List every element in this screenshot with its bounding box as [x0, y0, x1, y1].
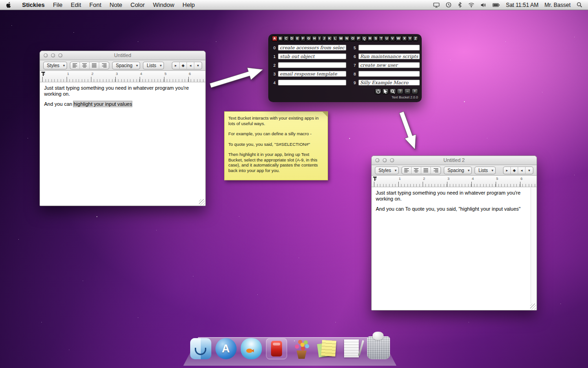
tab-stop-button[interactable]: ◂: [187, 62, 194, 69]
menu-item-note[interactable]: Note: [106, 0, 126, 10]
remove-slot-button[interactable]: −: [404, 88, 411, 94]
letter-key-Z[interactable]: Z: [413, 36, 418, 41]
letter-key-F[interactable]: F: [300, 36, 305, 41]
align-right-button[interactable]: [99, 62, 109, 69]
letter-key-S[interactable]: S: [373, 36, 378, 41]
menu-user[interactable]: Mr. Basset: [544, 2, 571, 8]
resize-grip[interactable]: [199, 199, 205, 205]
tab-stop-button[interactable]: ◂: [518, 167, 526, 174]
dock-icon-flower-pot[interactable]: [291, 338, 312, 359]
align-justify-button[interactable]: [421, 167, 431, 174]
slot-field-9[interactable]: Silly Example Macro: [358, 80, 420, 86]
letter-key-P[interactable]: P: [356, 36, 361, 41]
tab-stop-button[interactable]: ◆: [180, 62, 187, 69]
menu-item-help[interactable]: Help: [178, 0, 199, 10]
dock-icon-notes[interactable]: [342, 338, 363, 359]
letter-key-N[interactable]: N: [344, 36, 350, 41]
tab-marker-icon[interactable]: [373, 177, 377, 181]
search-button[interactable]: [390, 88, 396, 94]
tab-stop-button[interactable]: ◆: [511, 167, 518, 174]
letter-key-K[interactable]: K: [327, 36, 333, 41]
letter-key-J[interactable]: J: [322, 36, 327, 41]
letter-key-M[interactable]: M: [338, 36, 344, 41]
wifi-icon[interactable]: [468, 2, 475, 7]
tab-stop-button[interactable]: ▾: [194, 62, 202, 69]
letter-key-Y[interactable]: Y: [407, 36, 413, 41]
titlebar[interactable]: Untitled: [40, 51, 205, 60]
letter-key-B[interactable]: B: [278, 36, 283, 41]
dock-icon-trash[interactable]: [367, 336, 390, 359]
menu-item-file[interactable]: File: [49, 0, 67, 10]
slot-field-7[interactable]: create new user: [358, 62, 420, 68]
zoom-button[interactable]: [390, 158, 394, 162]
align-center-button[interactable]: [80, 62, 90, 69]
letter-key-L[interactable]: L: [333, 36, 338, 41]
time-machine-icon[interactable]: [446, 2, 452, 8]
letter-key-C[interactable]: C: [283, 36, 289, 41]
letter-key-V[interactable]: V: [390, 36, 395, 41]
align-left-button[interactable]: [402, 167, 412, 174]
align-left-button[interactable]: [70, 62, 80, 69]
styles-dropdown[interactable]: Styles: [375, 167, 399, 174]
display-icon[interactable]: [433, 2, 440, 8]
resize-grip[interactable]: [530, 304, 536, 310]
slot-field-2[interactable]: [278, 62, 346, 68]
sticky-note[interactable]: Text Bucket interacts with your existing…: [224, 111, 328, 180]
battery-icon[interactable]: [492, 3, 500, 7]
text-area[interactable]: Just start typing something you need in …: [40, 83, 205, 206]
cursor-button[interactable]: [382, 88, 389, 94]
letter-key-W[interactable]: W: [396, 36, 401, 41]
slot-field-0[interactable]: create accessors from selec: [278, 45, 346, 51]
letter-key-Q[interactable]: Q: [362, 36, 367, 41]
minimize-button[interactable]: [383, 158, 387, 162]
slot-field-3[interactable]: email response template: [278, 71, 346, 77]
dock-icon-aquarium[interactable]: [241, 338, 262, 359]
menu-item-window[interactable]: Window: [149, 0, 178, 10]
menu-item-stickies[interactable]: Stickies: [18, 0, 49, 10]
tab-stop-button[interactable]: ▾: [526, 167, 533, 174]
tab-stop-button[interactable]: ▸: [172, 62, 180, 69]
dock-icon-finder[interactable]: [190, 338, 211, 359]
spacing-dropdown[interactable]: Spacing: [112, 62, 140, 69]
spacing-dropdown[interactable]: Spacing: [444, 167, 472, 174]
letter-key-A[interactable]: A: [272, 36, 277, 41]
help-button[interactable]: ?: [397, 88, 403, 94]
power-button[interactable]: [375, 88, 381, 94]
bluetooth-icon[interactable]: [458, 2, 462, 8]
letter-key-T[interactable]: T: [379, 36, 384, 41]
apple-menu[interactable]: [6, 2, 11, 8]
letter-key-I[interactable]: I: [317, 36, 321, 41]
close-button[interactable]: [44, 53, 48, 58]
align-justify-button[interactable]: [90, 62, 99, 69]
menu-item-edit[interactable]: Edit: [67, 0, 85, 10]
letter-key-R[interactable]: R: [368, 36, 373, 41]
ruler[interactable]: 0123456: [40, 71, 205, 82]
letter-key-E[interactable]: E: [295, 36, 300, 41]
letter-key-O[interactable]: O: [350, 36, 356, 41]
letter-key-D[interactable]: D: [289, 36, 295, 41]
align-right-button[interactable]: [431, 167, 441, 174]
letter-key-H[interactable]: H: [312, 36, 317, 41]
minimize-button[interactable]: [51, 53, 55, 58]
styles-dropdown[interactable]: Styles: [43, 62, 67, 69]
spotlight-icon[interactable]: [577, 2, 582, 8]
slot-field-1[interactable]: stub out object: [278, 53, 346, 59]
add-slot-button[interactable]: +: [412, 88, 418, 94]
menu-item-font[interactable]: Font: [85, 0, 106, 10]
titlebar[interactable]: Untitled 2: [372, 156, 537, 165]
volume-icon[interactable]: [481, 2, 486, 8]
menu-item-color[interactable]: Color: [126, 0, 149, 10]
dock-icon-firecracker[interactable]: [266, 338, 287, 359]
letter-key-G[interactable]: G: [306, 36, 311, 41]
tab-stop-button[interactable]: ▸: [503, 167, 511, 174]
zoom-button[interactable]: [58, 53, 62, 58]
text-bucket-window[interactable]: ABCDEFGHIJKLMNOPQRSTUVWXYZ 0create acces…: [268, 34, 422, 102]
slot-field-6[interactable]: Run maintenance scripts: [358, 53, 420, 59]
menu-clock[interactable]: Sat 11:51 AM: [506, 2, 538, 8]
slot-field-4[interactable]: [278, 80, 346, 86]
align-center-button[interactable]: [412, 167, 421, 174]
close-button[interactable]: [375, 158, 379, 162]
lists-dropdown[interactable]: Lists: [475, 167, 496, 174]
letter-key-X[interactable]: X: [402, 36, 407, 41]
slot-field-5[interactable]: [358, 45, 420, 51]
